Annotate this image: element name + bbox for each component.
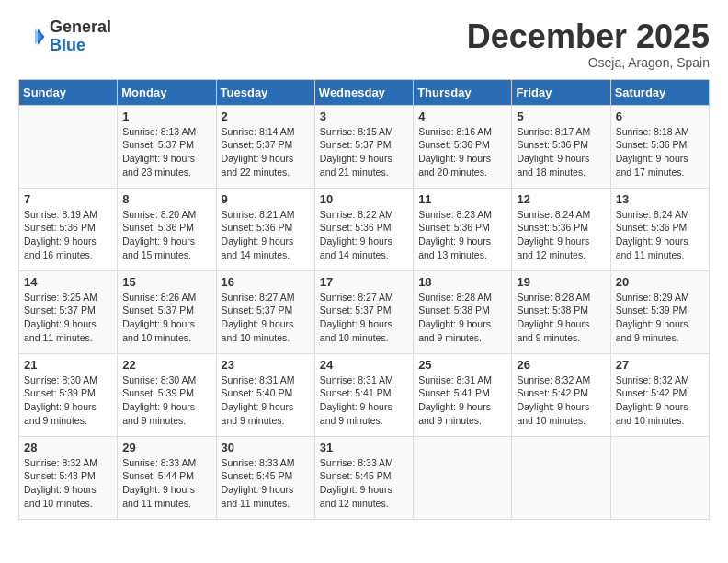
day-number: 5 bbox=[517, 109, 605, 123]
cell-info: Sunrise: 8:31 AMSunset: 5:41 PMDaylight:… bbox=[418, 373, 506, 428]
col-sunday: Sunday bbox=[19, 79, 118, 105]
day-number: 29 bbox=[122, 441, 210, 454]
header-row: Sunday Monday Tuesday Wednesday Thursday… bbox=[19, 79, 710, 105]
col-tuesday: Tuesday bbox=[216, 79, 314, 105]
cell-info: Sunrise: 8:19 AMSunset: 5:36 PMDaylight:… bbox=[24, 208, 112, 262]
table-row: 6 Sunrise: 8:18 AMSunset: 5:36 PMDayligh… bbox=[610, 105, 709, 188]
cell-info: Sunrise: 8:25 AMSunset: 5:37 PMDaylight:… bbox=[24, 291, 112, 345]
cell-info: Sunrise: 8:13 AMSunset: 5:37 PMDaylight:… bbox=[122, 125, 210, 179]
cell-info: Sunrise: 8:14 AMSunset: 5:37 PMDaylight:… bbox=[222, 125, 310, 179]
cell-info: Sunrise: 8:17 AMSunset: 5:36 PMDaylight:… bbox=[517, 125, 605, 179]
calendar-week-row: 14 Sunrise: 8:25 AMSunset: 5:37 PMDaylig… bbox=[19, 270, 710, 353]
table-row: 23 Sunrise: 8:31 AMSunset: 5:40 PMDaylig… bbox=[216, 353, 314, 436]
day-number: 11 bbox=[418, 192, 506, 206]
col-monday: Monday bbox=[118, 79, 216, 105]
table-row: 27 Sunrise: 8:32 AMSunset: 5:42 PMDaylig… bbox=[610, 353, 709, 436]
logo: General Blue bbox=[18, 18, 111, 55]
cell-info: Sunrise: 8:31 AMSunset: 5:41 PMDaylight:… bbox=[320, 373, 408, 428]
col-thursday: Thursday bbox=[414, 79, 512, 105]
day-number: 12 bbox=[517, 192, 605, 206]
cell-info: Sunrise: 8:27 AMSunset: 5:37 PMDaylight:… bbox=[320, 291, 408, 345]
day-number: 10 bbox=[320, 192, 408, 206]
day-number: 20 bbox=[616, 275, 704, 289]
cell-info: Sunrise: 8:29 AMSunset: 5:39 PMDaylight:… bbox=[616, 291, 704, 345]
table-row: 26 Sunrise: 8:32 AMSunset: 5:42 PMDaylig… bbox=[512, 353, 610, 436]
cell-info: Sunrise: 8:24 AMSunset: 5:36 PMDaylight:… bbox=[616, 208, 704, 262]
day-number: 15 bbox=[122, 275, 210, 289]
col-saturday: Saturday bbox=[610, 79, 709, 105]
table-row bbox=[414, 436, 512, 519]
day-number: 23 bbox=[222, 358, 310, 372]
day-number: 4 bbox=[418, 109, 506, 123]
table-row: 12 Sunrise: 8:24 AMSunset: 5:36 PMDaylig… bbox=[512, 188, 610, 270]
col-friday: Friday bbox=[512, 79, 610, 105]
cell-info: Sunrise: 8:32 AMSunset: 5:42 PMDaylight:… bbox=[517, 373, 605, 428]
table-row: 25 Sunrise: 8:31 AMSunset: 5:41 PMDaylig… bbox=[414, 353, 512, 436]
col-wednesday: Wednesday bbox=[314, 79, 413, 105]
day-number: 24 bbox=[320, 358, 408, 372]
cell-info: Sunrise: 8:33 AMSunset: 5:45 PMDaylight:… bbox=[320, 456, 408, 511]
cell-info: Sunrise: 8:30 AMSunset: 5:39 PMDaylight:… bbox=[24, 373, 112, 428]
cell-info: Sunrise: 8:20 AMSunset: 5:36 PMDaylight:… bbox=[122, 208, 210, 262]
cell-info: Sunrise: 8:16 AMSunset: 5:36 PMDaylight:… bbox=[418, 125, 506, 179]
cell-info: Sunrise: 8:27 AMSunset: 5:37 PMDaylight:… bbox=[222, 291, 310, 345]
day-number: 14 bbox=[24, 275, 112, 289]
day-number: 8 bbox=[122, 192, 210, 206]
cell-info: Sunrise: 8:30 AMSunset: 5:39 PMDaylight:… bbox=[122, 373, 210, 428]
day-number: 18 bbox=[418, 275, 506, 289]
day-number: 25 bbox=[418, 358, 506, 372]
day-number: 26 bbox=[517, 358, 605, 372]
table-row: 9 Sunrise: 8:21 AMSunset: 5:36 PMDayligh… bbox=[216, 188, 314, 270]
day-number: 16 bbox=[222, 275, 310, 289]
cell-info: Sunrise: 8:26 AMSunset: 5:37 PMDaylight:… bbox=[122, 291, 210, 345]
calendar-week-row: 28 Sunrise: 8:32 AMSunset: 5:43 PMDaylig… bbox=[19, 436, 710, 519]
day-number: 7 bbox=[24, 192, 112, 206]
cell-info: Sunrise: 8:31 AMSunset: 5:40 PMDaylight:… bbox=[222, 373, 310, 428]
day-number: 28 bbox=[24, 441, 112, 454]
day-number: 1 bbox=[122, 109, 210, 123]
cell-info: Sunrise: 8:33 AMSunset: 5:45 PMDaylight:… bbox=[222, 456, 310, 511]
day-number: 22 bbox=[122, 358, 210, 372]
table-row bbox=[512, 436, 610, 519]
day-number: 21 bbox=[24, 358, 112, 372]
logo-icon bbox=[18, 23, 46, 51]
day-number: 6 bbox=[616, 109, 704, 123]
calendar-week-row: 21 Sunrise: 8:30 AMSunset: 5:39 PMDaylig… bbox=[19, 353, 710, 436]
table-row: 5 Sunrise: 8:17 AMSunset: 5:36 PMDayligh… bbox=[512, 105, 610, 188]
table-row: 31 Sunrise: 8:33 AMSunset: 5:45 PMDaylig… bbox=[314, 436, 413, 519]
table-row: 18 Sunrise: 8:28 AMSunset: 5:38 PMDaylig… bbox=[414, 270, 512, 353]
table-row: 30 Sunrise: 8:33 AMSunset: 5:45 PMDaylig… bbox=[216, 436, 314, 519]
day-number: 19 bbox=[517, 275, 605, 289]
title-block: December 2025 Oseja, Aragon, Spain bbox=[467, 18, 710, 70]
calendar-week-row: 1 Sunrise: 8:13 AMSunset: 5:37 PMDayligh… bbox=[19, 105, 710, 188]
table-row: 19 Sunrise: 8:28 AMSunset: 5:38 PMDaylig… bbox=[512, 270, 610, 353]
table-row: 1 Sunrise: 8:13 AMSunset: 5:37 PMDayligh… bbox=[118, 105, 216, 188]
location-subtitle: Oseja, Aragon, Spain bbox=[467, 55, 710, 70]
day-number: 9 bbox=[222, 192, 310, 206]
table-row: 22 Sunrise: 8:30 AMSunset: 5:39 PMDaylig… bbox=[118, 353, 216, 436]
page-header: General Blue December 2025 Oseja, Aragon… bbox=[18, 18, 710, 70]
table-row: 15 Sunrise: 8:26 AMSunset: 5:37 PMDaylig… bbox=[118, 270, 216, 353]
calendar-week-row: 7 Sunrise: 8:19 AMSunset: 5:36 PMDayligh… bbox=[19, 188, 710, 270]
day-number: 31 bbox=[320, 441, 408, 454]
cell-info: Sunrise: 8:33 AMSunset: 5:44 PMDaylight:… bbox=[122, 456, 210, 511]
table-row: 29 Sunrise: 8:33 AMSunset: 5:44 PMDaylig… bbox=[118, 436, 216, 519]
table-row: 13 Sunrise: 8:24 AMSunset: 5:36 PMDaylig… bbox=[610, 188, 709, 270]
day-number: 3 bbox=[320, 109, 408, 123]
logo-text: General Blue bbox=[50, 18, 111, 55]
table-row: 20 Sunrise: 8:29 AMSunset: 5:39 PMDaylig… bbox=[610, 270, 709, 353]
day-number: 30 bbox=[222, 441, 310, 454]
table-row: 21 Sunrise: 8:30 AMSunset: 5:39 PMDaylig… bbox=[19, 353, 118, 436]
cell-info: Sunrise: 8:18 AMSunset: 5:36 PMDaylight:… bbox=[616, 125, 704, 179]
cell-info: Sunrise: 8:24 AMSunset: 5:36 PMDaylight:… bbox=[517, 208, 605, 262]
day-number: 17 bbox=[320, 275, 408, 289]
calendar-table: Sunday Monday Tuesday Wednesday Thursday… bbox=[18, 79, 710, 520]
cell-info: Sunrise: 8:32 AMSunset: 5:42 PMDaylight:… bbox=[616, 373, 704, 428]
table-row: 17 Sunrise: 8:27 AMSunset: 5:37 PMDaylig… bbox=[314, 270, 413, 353]
cell-info: Sunrise: 8:22 AMSunset: 5:36 PMDaylight:… bbox=[320, 208, 408, 262]
month-title: December 2025 bbox=[467, 18, 710, 55]
table-row: 3 Sunrise: 8:15 AMSunset: 5:37 PMDayligh… bbox=[314, 105, 413, 188]
table-row: 2 Sunrise: 8:14 AMSunset: 5:37 PMDayligh… bbox=[216, 105, 314, 188]
table-row: 7 Sunrise: 8:19 AMSunset: 5:36 PMDayligh… bbox=[19, 188, 118, 270]
table-row: 24 Sunrise: 8:31 AMSunset: 5:41 PMDaylig… bbox=[314, 353, 413, 436]
